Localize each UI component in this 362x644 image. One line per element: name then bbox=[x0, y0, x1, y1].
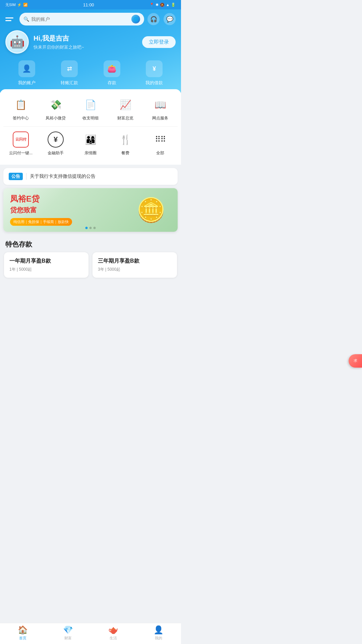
ad-title-big: 凤裕E贷 bbox=[10, 194, 72, 204]
quick-nav-label-transfer: 转账汇款 bbox=[61, 80, 78, 86]
icon-grid-row1: 📋 签约中心 💸 凤裕小微贷 📄 收支明细 📈 财富总览 📖 网点服务 bbox=[3, 95, 178, 126]
grid-label-family-circle: 亲情圈 bbox=[84, 150, 97, 156]
grid-label-all: 全部 bbox=[156, 150, 164, 156]
ad-tags: 纯信用｜免担保｜手续简｜放款快 bbox=[10, 218, 72, 226]
greeting-row: 🤖 Hi,我是吉吉 快来开启你的财富之旅吧~ 立即登录 bbox=[5, 30, 176, 54]
finance-assistant-icon: ¥ bbox=[48, 131, 64, 148]
search-input[interactable] bbox=[31, 16, 129, 22]
grid-item-transactions[interactable]: 📄 收支明细 bbox=[75, 97, 106, 121]
robot-emoji: 🤖 bbox=[10, 35, 25, 49]
dot-3 bbox=[94, 227, 96, 229]
announcement-text: 关于我行卡支持微信提现的公告 bbox=[30, 173, 96, 179]
grid-item-family-circle[interactable]: 👨‍👩‍👦 亲情圈 bbox=[75, 131, 106, 156]
grid-label-microloan: 凤裕小微贷 bbox=[46, 115, 66, 121]
battery-icon: 🔋 bbox=[171, 3, 176, 7]
grid-item-yunshan[interactable]: 云闪付 云闪付一键... bbox=[6, 131, 36, 156]
deposit-icon: 👛 bbox=[104, 60, 120, 77]
ad-text-block: 凤裕E贷 贷您致富 纯信用｜免担保｜手续简｜放款快 bbox=[10, 194, 72, 226]
grid-label-finance-assistant: 金融助手 bbox=[48, 150, 64, 156]
product-row: 一年期月享盈B款 1年 | 5000起 三年期月享盈B款 3年 | 5000起 bbox=[0, 252, 181, 284]
quick-nav-label-loan: 我的借款 bbox=[145, 80, 163, 86]
quick-nav: 👤 我的账户 ⇄ 转账汇款 👛 存款 ¥ 我的借款 bbox=[5, 60, 176, 86]
header-banner: 🔍 🌐 🎧 💬 🤖 Hi,我是吉吉 快来开启你的财富之旅吧~ 立即登录 👤 我的… bbox=[0, 9, 181, 93]
ad-banner[interactable]: 凤裕E贷 贷您致富 纯信用｜免担保｜手续简｜放款快 🪙 bbox=[3, 188, 178, 232]
dot-2 bbox=[89, 227, 92, 229]
status-right: 📍 ✱ 🔕 ▲ 🔋 bbox=[149, 3, 176, 7]
transfer-icon: ⇄ bbox=[61, 60, 78, 77]
quick-nav-my-account[interactable]: 👤 我的账户 bbox=[18, 60, 36, 86]
card-section: 📋 签约中心 💸 凤裕小微贷 📄 收支明细 📈 财富总览 📖 网点服务 bbox=[0, 89, 181, 165]
grid-label-meal: 餐费 bbox=[121, 150, 129, 156]
quick-nav-label-account: 我的账户 bbox=[18, 80, 36, 86]
banner-dots bbox=[85, 227, 96, 229]
divider bbox=[3, 126, 178, 127]
product-meta-3yr: 3年 | 5000起 bbox=[98, 267, 172, 272]
message-button[interactable]: 💬 bbox=[164, 13, 176, 25]
product-card-1yr[interactable]: 一年期月享盈B款 1年 | 5000起 bbox=[4, 252, 88, 278]
robot-avatar: 🤖 bbox=[5, 30, 29, 54]
greeting-text: Hi,我是吉吉 快来开启你的财富之旅吧~ bbox=[34, 34, 137, 50]
headset-button[interactable]: 🎧 bbox=[147, 13, 160, 25]
wealth-overview-icon: 📈 bbox=[117, 97, 133, 113]
grid-item-branch[interactable]: 📖 网点服务 bbox=[145, 97, 175, 121]
grid-item-sign-center[interactable]: 📋 签约中心 bbox=[6, 97, 36, 121]
status-time: 11:00 bbox=[83, 2, 94, 7]
main-content: 📋 签约中心 💸 凤裕小微贷 📄 收支明细 📈 财富总览 📖 网点服务 bbox=[0, 89, 181, 308]
meal-icon: 🍴 bbox=[117, 131, 133, 148]
icon-grid-row2: 云闪付 云闪付一键... ¥ 金融助手 👨‍👩‍👦 亲情圈 🍴 餐费 ⠿⠿ 全部 bbox=[3, 130, 178, 161]
sign-center-icon: 📋 bbox=[13, 97, 29, 113]
microloan-icon: 💸 bbox=[48, 97, 64, 113]
quick-nav-label-deposit: 存款 bbox=[108, 80, 116, 86]
section-title-deposit: 特色存款 bbox=[0, 235, 181, 252]
announcement-bar[interactable]: 公告 关于我行卡支持微信提现的公告 bbox=[3, 168, 178, 185]
yunshan-icon: 云闪付 bbox=[13, 131, 29, 148]
header-icons: 🎧 💬 bbox=[147, 13, 176, 25]
transactions-icon: 📄 bbox=[82, 97, 99, 113]
product-meta-1yr: 1年 | 5000起 bbox=[9, 267, 83, 272]
branch-icon: 📖 bbox=[152, 97, 168, 113]
greeting-subtitle: 快来开启你的财富之旅吧~ bbox=[34, 44, 137, 50]
grid-item-finance-assistant[interactable]: ¥ 金融助手 bbox=[41, 131, 71, 156]
grid-item-meal[interactable]: 🍴 餐费 bbox=[110, 131, 140, 156]
family-circle-icon: 👨‍👩‍👦 bbox=[82, 131, 99, 148]
product-card-3yr[interactable]: 三年期月享盈B款 3年 | 5000起 bbox=[93, 252, 177, 278]
ad-title-sub: 贷您致富 bbox=[10, 206, 72, 215]
quick-nav-transfer[interactable]: ⇄ 转账汇款 bbox=[61, 60, 78, 86]
product-name-1yr: 一年期月享盈B款 bbox=[9, 258, 83, 265]
grid-item-all[interactable]: ⠿⠿ 全部 bbox=[145, 131, 175, 156]
sim-icon: 📶 bbox=[23, 3, 28, 7]
globe-icon: 🌐 bbox=[131, 15, 140, 23]
announcement-badge: 公告 bbox=[9, 173, 23, 180]
grid-label-yunshan: 云闪付一键... bbox=[9, 150, 33, 156]
announcement-divider bbox=[26, 173, 26, 180]
location-icon: 📍 bbox=[149, 3, 154, 7]
ad-image: 🪙 bbox=[124, 188, 178, 232]
wifi-icon: ▲ bbox=[166, 3, 170, 7]
login-button[interactable]: 立即登录 bbox=[142, 36, 176, 48]
all-icon: ⠿⠿ bbox=[152, 131, 168, 148]
grid-item-microloan[interactable]: 💸 凤裕小微贷 bbox=[41, 97, 71, 121]
quick-nav-deposit[interactable]: 👛 存款 bbox=[104, 60, 120, 86]
grid-label-transactions: 收支明细 bbox=[82, 115, 99, 121]
carrier-text: 无SIM bbox=[5, 2, 16, 7]
my-account-icon: 👤 bbox=[18, 60, 35, 77]
dot-1 bbox=[85, 227, 88, 229]
grid-label-branch: 网点服务 bbox=[152, 115, 168, 121]
search-bar[interactable]: 🔍 🌐 bbox=[19, 13, 144, 25]
grid-item-wealth-overview[interactable]: 📈 财富总览 bbox=[110, 97, 140, 121]
loan-icon: ¥ bbox=[146, 60, 163, 77]
top-bar: 🔍 🌐 🎧 💬 bbox=[5, 13, 176, 25]
mute-icon: 🔕 bbox=[160, 3, 165, 7]
bluetooth-icon: ✱ bbox=[156, 3, 159, 7]
search-icon: 🔍 bbox=[23, 16, 29, 22]
usb-icon: ⚡ bbox=[17, 3, 22, 7]
greeting-title: Hi,我是吉吉 bbox=[34, 34, 137, 43]
status-bar: 无SIM ⚡ 📶 11:00 📍 ✱ 🔕 ▲ 🔋 bbox=[0, 0, 181, 9]
menu-button[interactable] bbox=[5, 14, 16, 24]
status-left: 无SIM ⚡ 📶 bbox=[5, 2, 28, 7]
product-name-3yr: 三年期月享盈B款 bbox=[98, 258, 172, 265]
grid-label-sign-center: 签约中心 bbox=[13, 115, 29, 121]
grid-label-wealth-overview: 财富总览 bbox=[117, 115, 133, 121]
quick-nav-loan[interactable]: ¥ 我的借款 bbox=[145, 60, 163, 86]
